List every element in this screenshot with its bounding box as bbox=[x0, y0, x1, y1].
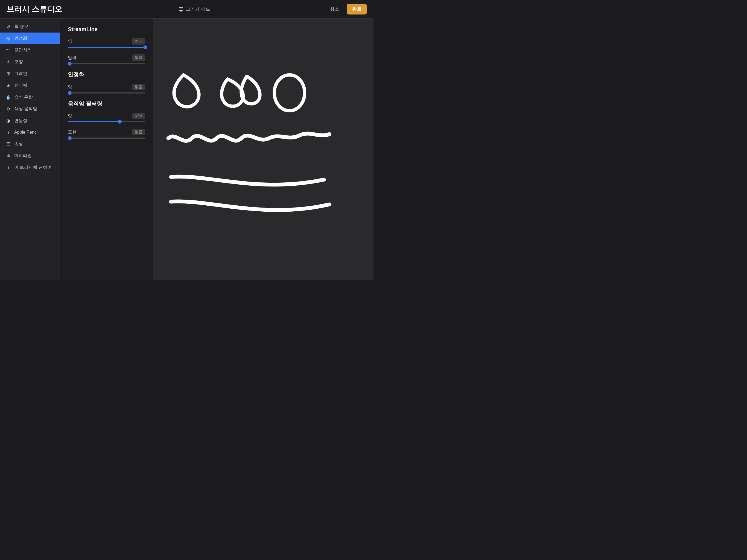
apple-pencil-label: Apple Pencil bbox=[14, 130, 38, 135]
main-layout: ↺획 경로◎안정화〜끝단처리✳모양⊞그레인◈렌더링💧습식 혼합⚙색상 움직임◑변… bbox=[0, 19, 374, 280]
wet-mix-icon: 💧 bbox=[5, 95, 11, 100]
motion-expression-container: 표현 없음 bbox=[68, 129, 145, 138]
about-label: 이 브러시에 관하여 bbox=[14, 164, 52, 170]
stabilization-title: 안정화 bbox=[68, 71, 145, 78]
tip-end-label: 끝단처리 bbox=[14, 47, 32, 53]
sidebar-item-material[interactable]: ⊕머티리얼 bbox=[0, 150, 60, 161]
shape-icon: ✳ bbox=[5, 59, 11, 65]
drawing-canvas[interactable] bbox=[153, 19, 374, 280]
color-dynamics-label: 색상 움직임 bbox=[14, 106, 37, 112]
shape-label: 모양 bbox=[14, 59, 23, 65]
stabilization-amount-container: 양 없음 bbox=[68, 84, 145, 94]
streamline-amount-track[interactable] bbox=[68, 47, 145, 48]
header-actions: 취소 완료 bbox=[327, 4, 367, 15]
drawing-pad-button[interactable]: 그리기 패드 bbox=[179, 6, 210, 12]
done-button[interactable]: 완료 bbox=[347, 4, 367, 15]
sidebar-item-apple-pencil[interactable]: ℹApple Pencil bbox=[0, 127, 60, 138]
page-title: 브러시 스튜디오 bbox=[6, 4, 62, 15]
streamline-amount-fill bbox=[68, 47, 145, 48]
sidebar-item-color-dynamics[interactable]: ⚙색상 움직임 bbox=[0, 103, 60, 115]
sidebar-item-about[interactable]: ℹ이 브러시에 관하여 bbox=[0, 161, 60, 173]
tip-end-icon: 〜 bbox=[5, 48, 11, 53]
material-label: 머티리얼 bbox=[14, 153, 32, 159]
color-dynamics-icon: ⚙ bbox=[5, 106, 11, 112]
sidebar-item-shape[interactable]: ✳모양 bbox=[0, 56, 60, 68]
motion-amount-label: 양 bbox=[68, 113, 72, 119]
header: 브러시 스튜디오 그리기 패드 취소 완료 bbox=[0, 0, 374, 19]
wet-mix-label: 습식 혼합 bbox=[14, 94, 33, 100]
apple-pencil-icon: ℹ bbox=[5, 130, 11, 135]
motion-expression-label: 표현 bbox=[68, 129, 77, 135]
streamline-amount-label: 양 bbox=[68, 39, 72, 44]
motion-amount-fill bbox=[68, 121, 120, 122]
motion-expression-value: 없음 bbox=[132, 129, 145, 135]
rendering-label: 렌더링 bbox=[14, 82, 27, 88]
streamline-pressure-thumb[interactable] bbox=[68, 62, 72, 66]
stroke-path-label: 획 경로 bbox=[14, 24, 28, 29]
svg-point-1 bbox=[274, 75, 305, 111]
cancel-button[interactable]: 취소 bbox=[327, 4, 342, 14]
drawing-pad-label: 그리기 패드 bbox=[186, 6, 210, 12]
sidebar-item-wet-mix[interactable]: 💧습식 혼합 bbox=[0, 91, 60, 103]
settings-panel: StreamLine 양 최대 압력 없음 안정화 bbox=[60, 19, 153, 280]
canvas-area[interactable] bbox=[153, 19, 374, 280]
about-icon: ℹ bbox=[5, 165, 11, 170]
streamline-title: StreamLine bbox=[68, 26, 145, 32]
stabilization-amount-thumb[interactable] bbox=[68, 91, 72, 95]
stabilization-amount-value: 없음 bbox=[132, 84, 145, 90]
motion-expression-thumb[interactable] bbox=[68, 136, 72, 140]
stroke-path-icon: ↺ bbox=[5, 24, 11, 29]
sidebar-item-rendering[interactable]: ◈렌더링 bbox=[0, 80, 60, 91]
streamline-amount-thumb[interactable] bbox=[143, 45, 147, 49]
stabilization-label: 안정화 bbox=[14, 35, 27, 41]
motion-amount-thumb[interactable] bbox=[118, 120, 122, 124]
streamline-amount-container: 양 최대 bbox=[68, 38, 145, 48]
motion-amount-track[interactable] bbox=[68, 121, 145, 122]
motion-amount-container: 양 67% bbox=[68, 113, 145, 122]
grain-label: 그레인 bbox=[14, 71, 27, 77]
stabilization-amount-track[interactable] bbox=[68, 93, 145, 94]
streamline-amount-value: 최대 bbox=[132, 38, 145, 45]
rendering-icon: ◈ bbox=[5, 83, 11, 88]
streamline-pressure-container: 압력 없음 bbox=[68, 54, 145, 64]
grain-icon: ⊞ bbox=[5, 71, 11, 77]
sidebar-item-stroke-path[interactable]: ↺획 경로 bbox=[0, 21, 60, 32]
streamline-pressure-label: 압력 bbox=[68, 55, 77, 61]
sidebar-item-grain[interactable]: ⊞그레인 bbox=[0, 68, 60, 80]
motion-filtering-title: 움직임 필터링 bbox=[68, 100, 145, 107]
material-icon: ⊕ bbox=[5, 153, 11, 159]
sidebar-item-properties[interactable]: ☰속성 bbox=[0, 138, 60, 150]
properties-label: 속성 bbox=[14, 141, 23, 147]
sidebar-item-tip-end[interactable]: 〜끝단처리 bbox=[0, 44, 60, 56]
dynamics-icon: ◑ bbox=[5, 118, 11, 124]
motion-amount-value: 67% bbox=[132, 113, 145, 119]
motion-expression-track[interactable] bbox=[68, 137, 145, 138]
streamline-pressure-value: 없음 bbox=[132, 54, 145, 61]
sidebar-item-dynamics[interactable]: ◑변동성 bbox=[0, 115, 60, 127]
stabilization-icon: ◎ bbox=[5, 36, 11, 41]
sidebar: ↺획 경로◎안정화〜끝단처리✳모양⊞그레인◈렌더링💧습식 혼합⚙색상 움직임◑변… bbox=[0, 19, 60, 280]
dynamics-label: 변동성 bbox=[14, 118, 27, 124]
drawing-pad-icon bbox=[179, 7, 183, 12]
sidebar-item-stabilization[interactable]: ◎안정화 bbox=[0, 32, 60, 44]
streamline-pressure-track[interactable] bbox=[68, 63, 145, 64]
stabilization-amount-label: 양 bbox=[68, 84, 72, 90]
properties-icon: ☰ bbox=[5, 142, 11, 147]
